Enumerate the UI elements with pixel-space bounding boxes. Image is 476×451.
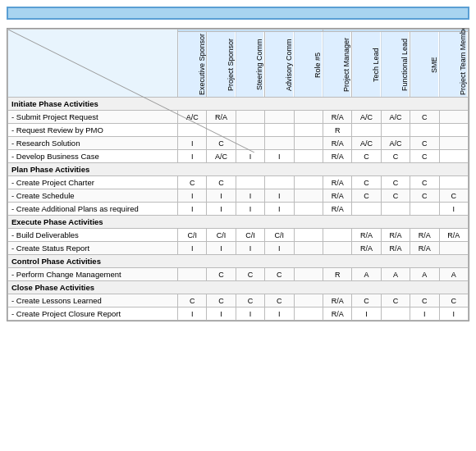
section-header-plan: Plan Phase Activities: [8, 163, 469, 176]
cell-role5: [294, 242, 323, 255]
cell-functional_lead: C: [381, 176, 410, 189]
cell-tech_lead: [352, 203, 381, 216]
activity-label: - Perform Change Management: [8, 268, 178, 281]
cell-proj_manager: [323, 242, 351, 255]
cell-proj_sponsor: I: [207, 203, 236, 216]
cell-sme: C: [410, 176, 439, 189]
cell-role5: [294, 268, 323, 281]
cell-steering_comm: C/I: [236, 229, 264, 242]
cell-tech_lead: R/A: [352, 242, 381, 255]
cell-proj_team_member: [439, 150, 468, 163]
cell-steering_comm: [236, 176, 264, 189]
cell-steering_comm: [236, 137, 264, 150]
cell-proj_sponsor: R/A: [207, 111, 236, 124]
cell-proj_sponsor: I: [207, 189, 236, 203]
cell-proj_sponsor: C: [207, 268, 236, 281]
cell-advisory_comm: C: [265, 294, 294, 308]
cell-proj_manager: [323, 229, 351, 242]
cell-proj_manager: R/A: [323, 176, 351, 189]
cell-exec_sponsor: C/I: [178, 229, 207, 242]
cell-sme: I: [410, 308, 439, 321]
cell-exec_sponsor: C: [178, 176, 207, 189]
col-header-advisory_comm: Advisory Comm: [265, 32, 294, 98]
section-header-initiate: Initiate Phase Activities: [8, 98, 469, 111]
activity-label: - Request Review by PMO: [8, 124, 178, 137]
cell-tech_lead: I: [352, 308, 381, 321]
cell-tech_lead: [352, 124, 381, 137]
cell-sme: A: [410, 268, 439, 281]
cell-exec_sponsor: I: [178, 308, 207, 321]
cell-exec_sponsor: I: [178, 242, 207, 255]
cell-role5: [294, 294, 323, 308]
cell-functional_lead: A/C: [381, 137, 410, 150]
cell-sme: [410, 124, 439, 137]
cell-functional_lead: A: [381, 268, 410, 281]
cell-tech_lead: R/A: [352, 229, 381, 242]
cell-tech_lead: C: [352, 189, 381, 203]
cell-functional_lead: C: [381, 150, 410, 163]
cell-tech_lead: C: [352, 150, 381, 163]
cell-proj_sponsor: C: [207, 294, 236, 308]
cell-steering_comm: C: [236, 294, 264, 308]
cell-steering_comm: I: [236, 189, 264, 203]
cell-proj_manager: R/A: [323, 294, 351, 308]
cell-role5: [294, 308, 323, 321]
cell-functional_lead: A/C: [381, 111, 410, 124]
cell-proj_team_member: [439, 137, 468, 150]
cell-advisory_comm: I: [265, 203, 294, 216]
cell-steering_comm: I: [236, 150, 264, 163]
activity-label: - Research Solution: [8, 137, 178, 150]
cell-proj_team_member: I: [439, 203, 468, 216]
cell-sme: R/A: [410, 242, 439, 255]
cell-sme: [410, 203, 439, 216]
section-header-control: Control Phase Activities: [8, 255, 469, 268]
cell-proj_sponsor: I: [207, 308, 236, 321]
cell-role5: [294, 189, 323, 203]
cell-proj_manager: R/A: [323, 308, 351, 321]
col-header-proj_manager: Project Manager: [323, 32, 351, 98]
table-row: - Create Additional Plans as requiredIII…: [8, 203, 469, 216]
cell-functional_lead: C: [381, 189, 410, 203]
cell-proj_manager: R/A: [323, 189, 351, 203]
cell-exec_sponsor: [178, 268, 207, 281]
cell-proj_manager: R: [323, 124, 351, 137]
table-row: - Develop Business CaseIA/CIIR/ACCC: [8, 150, 469, 163]
cell-proj_team_member: I: [439, 308, 468, 321]
cell-proj_manager: R/A: [323, 203, 351, 216]
cell-functional_lead: [381, 308, 410, 321]
cell-proj_team_member: C: [439, 294, 468, 308]
cell-steering_comm: I: [236, 308, 264, 321]
col-header-functional_lead: Functional Lead: [381, 32, 410, 98]
cell-proj_sponsor: [207, 124, 236, 137]
cell-role5: [294, 150, 323, 163]
cell-sme: C: [410, 150, 439, 163]
activity-label: - Develop Business Case: [8, 150, 178, 163]
cell-tech_lead: A: [352, 268, 381, 281]
cell-proj_sponsor: C/I: [207, 229, 236, 242]
cell-sme: C: [410, 111, 439, 124]
cell-advisory_comm: I: [265, 242, 294, 255]
cell-advisory_comm: I: [265, 308, 294, 321]
col-header-exec_sponsor: Executive Sponsor: [178, 32, 207, 98]
cell-tech_lead: A/C: [352, 137, 381, 150]
cell-role5: [294, 229, 323, 242]
table-row: - Request Review by PMOR: [8, 124, 469, 137]
activity-label: - Create Additional Plans as required: [8, 203, 178, 216]
cell-steering_comm: I: [236, 203, 264, 216]
activity-label: - Create Lessons Learned: [8, 294, 178, 308]
cell-advisory_comm: [265, 137, 294, 150]
table-row: - Build DeliverablesC/IC/IC/IC/IR/AR/AR/…: [8, 229, 469, 242]
activity-label: - Create Project Charter: [8, 176, 178, 189]
cell-exec_sponsor: I: [178, 150, 207, 163]
title-bar: [7, 7, 469, 20]
table-row: - Research SolutionICR/AA/CA/CC: [8, 137, 469, 150]
cell-proj_sponsor: A/C: [207, 150, 236, 163]
cell-proj_manager: R/A: [323, 150, 351, 163]
cell-proj_team_member: A: [439, 268, 468, 281]
cell-advisory_comm: [265, 111, 294, 124]
table-row: - Create Status ReportIIIIR/AR/AR/A: [8, 242, 469, 255]
col-header-tech_lead: Tech Lead: [352, 32, 381, 98]
table-row: - Submit Project RequestA/CR/AR/AA/CA/CC: [8, 111, 469, 124]
cell-proj_team_member: R/A: [439, 229, 468, 242]
cell-proj_manager: R/A: [323, 137, 351, 150]
